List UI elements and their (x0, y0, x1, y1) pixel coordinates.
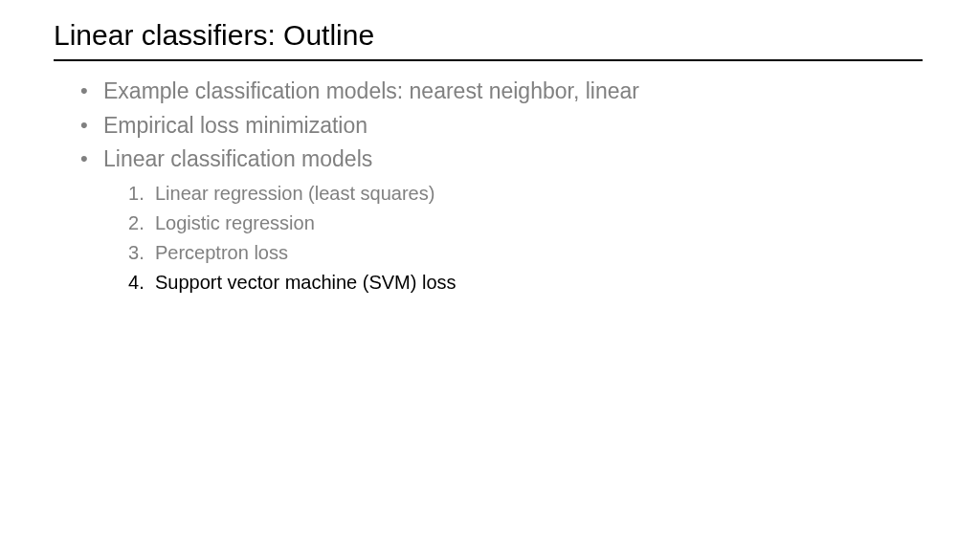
sub-list: Linear regression (least squares) Logist… (103, 179, 923, 298)
bullet-text: Linear classification models (103, 146, 372, 171)
sub-item: Linear regression (least squares) (128, 179, 923, 209)
bullet-item: Example classification models: nearest n… (80, 75, 923, 109)
sub-item-active: Support vector machine (SVM) loss (128, 268, 923, 298)
bullet-item: Linear classification models Linear regr… (80, 143, 923, 298)
outline-list: Example classification models: nearest n… (57, 75, 923, 298)
sub-item: Perceptron loss (128, 238, 923, 268)
sub-item: Logistic regression (128, 209, 923, 238)
slide-title: Linear classifiers: Outline (54, 19, 923, 61)
bullet-item: Empirical loss minimization (80, 109, 923, 143)
